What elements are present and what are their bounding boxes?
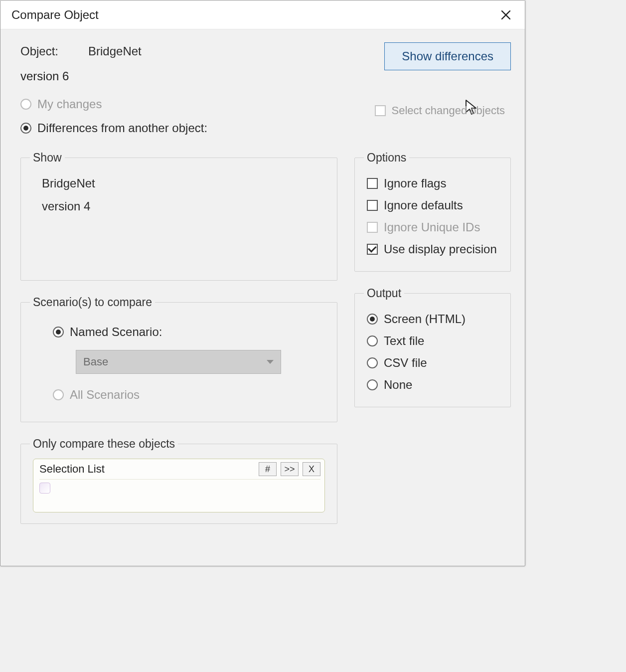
output-text-label: Text file xyxy=(384,334,424,348)
radio-all-scenarios: All Scenarios xyxy=(53,382,320,408)
tag-icon xyxy=(39,483,50,494)
close-icon[interactable] xyxy=(496,5,516,25)
selection-num-button[interactable]: # xyxy=(259,462,277,476)
select-changed-objects: Select changed objects xyxy=(375,104,505,117)
named-scenario-label: Named Scenario: xyxy=(70,325,162,339)
scenario-combo-value: Base xyxy=(83,355,108,368)
radio-icon xyxy=(367,336,378,346)
options-group: Options Ignore flags Ignore defaults Ign… xyxy=(354,151,511,272)
use-precision-label: Use display precision xyxy=(384,242,497,256)
selection-clear-button[interactable]: X xyxy=(303,462,320,476)
select-changed-label: Select changed objects xyxy=(392,104,505,117)
scenario-group: Scenario(s) to compare Named Scenario: B… xyxy=(20,296,337,422)
checkbox-icon xyxy=(367,222,378,233)
window-title: Compare Object xyxy=(11,8,496,22)
compare-object-dialog: Compare Object Object: BridgeNet version… xyxy=(0,0,525,566)
selection-list-panel: Selection List # >> X xyxy=(33,459,325,512)
titlebar: Compare Object xyxy=(0,0,525,29)
only-compare-group: Only compare these objects Selection Lis… xyxy=(20,437,337,524)
radio-diff-from[interactable]: Differences from another object: xyxy=(20,116,511,140)
output-group: Output Screen (HTML) Text file CSV file xyxy=(354,287,511,407)
checkbox-icon xyxy=(367,200,378,211)
checkbox-icon xyxy=(367,244,378,255)
scenario-legend: Scenario(s) to compare xyxy=(30,296,155,309)
object-version: version 6 xyxy=(20,69,384,83)
all-scenarios-label: All Scenarios xyxy=(70,388,140,402)
ignore-defaults-label: Ignore defaults xyxy=(384,198,463,212)
show-differences-button[interactable]: Show differences xyxy=(384,42,511,70)
checkbox-icon xyxy=(375,105,386,116)
object-name: BridgeNet xyxy=(88,44,142,58)
selection-next-button[interactable]: >> xyxy=(281,462,299,476)
radio-icon xyxy=(53,389,64,400)
output-legend: Output xyxy=(364,287,404,300)
object-label: Object: xyxy=(20,44,58,58)
show-legend: Show xyxy=(30,151,65,165)
output-screen-label: Screen (HTML) xyxy=(384,312,466,326)
scenario-combo[interactable]: Base xyxy=(76,350,281,374)
only-legend: Only compare these objects xyxy=(30,437,178,451)
check-ignore-flags[interactable]: Ignore flags xyxy=(367,172,498,194)
check-ignore-uids: Ignore Unique IDs xyxy=(367,216,498,238)
ignore-flags-label: Ignore flags xyxy=(384,176,446,190)
chevron-down-icon xyxy=(267,360,274,364)
radio-icon xyxy=(367,314,378,325)
selection-list-title: Selection List xyxy=(39,463,255,476)
radio-named-scenario[interactable]: Named Scenario: xyxy=(53,319,320,345)
checkbox-icon xyxy=(367,178,378,189)
show-object-name: BridgeNet xyxy=(33,172,325,195)
show-group: Show BridgeNet version 4 xyxy=(20,151,337,281)
selection-list-body[interactable] xyxy=(39,479,320,507)
radio-output-screen[interactable]: Screen (HTML) xyxy=(367,308,498,330)
radio-output-none[interactable]: None xyxy=(367,374,498,396)
radio-icon xyxy=(53,327,64,337)
my-changes-label: My changes xyxy=(37,97,102,111)
radio-output-text[interactable]: Text file xyxy=(367,330,498,352)
check-ignore-defaults[interactable]: Ignore defaults xyxy=(367,194,498,216)
radio-icon xyxy=(20,123,31,134)
output-csv-label: CSV file xyxy=(384,356,427,370)
radio-icon xyxy=(367,357,378,368)
show-object-version: version 4 xyxy=(33,195,325,218)
ignore-uids-label: Ignore Unique IDs xyxy=(384,220,480,234)
options-legend: Options xyxy=(364,151,409,165)
check-use-precision[interactable]: Use display precision xyxy=(367,238,498,260)
radio-output-csv[interactable]: CSV file xyxy=(367,352,498,374)
output-none-label: None xyxy=(384,378,412,392)
radio-icon xyxy=(20,99,31,110)
radio-icon xyxy=(367,379,378,390)
diff-from-label: Differences from another object: xyxy=(37,121,207,135)
